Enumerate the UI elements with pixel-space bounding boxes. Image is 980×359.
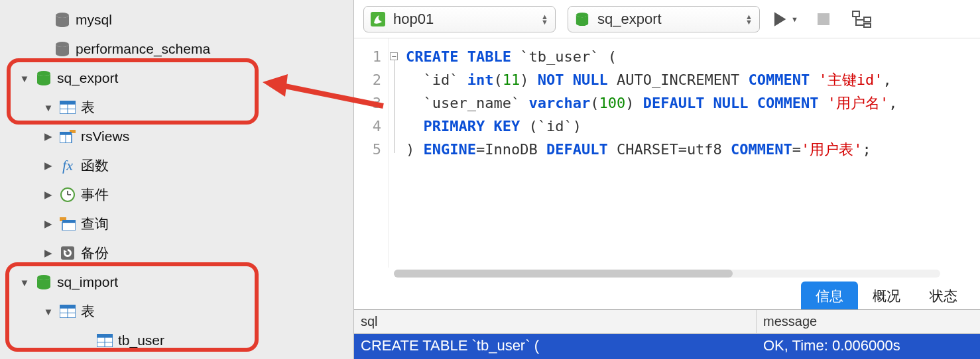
- tree-label: rsViews: [81, 128, 129, 144]
- svg-point-0: [56, 13, 69, 18]
- tree-arrow-expanded[interactable]: ▼: [42, 102, 54, 113]
- dropdown-arrows-icon: ▲▼: [745, 14, 753, 25]
- tree-item-backup[interactable]: ▶ 备份: [0, 238, 353, 268]
- stop-button[interactable]: [810, 6, 837, 32]
- tab-info[interactable]: 信息: [801, 282, 858, 309]
- database-tree-sidebar: mysql performance_schema ▼ sq_export ▼ 表…: [0, 0, 354, 359]
- tree-item-functions[interactable]: ▶ fx 函数: [0, 151, 353, 180]
- table-icon: [58, 305, 77, 318]
- tree-item-queries[interactable]: ▶ 查询: [0, 209, 353, 238]
- tree-label: 函数: [81, 156, 109, 175]
- backup-icon: [58, 246, 77, 260]
- tree-label: sq_export: [57, 70, 118, 86]
- database-name: sq_export: [597, 11, 745, 28]
- fold-toggle-icon[interactable]: −: [390, 52, 398, 60]
- results-header: sql message: [354, 310, 980, 334]
- database-icon: [53, 13, 72, 27]
- dropdown-arrows-icon: ▲▼: [541, 14, 548, 25]
- tree-label: 查询: [81, 215, 109, 233]
- svg-point-2: [37, 71, 50, 76]
- tree-arrow-collapsed[interactable]: ▶: [42, 160, 54, 172]
- svg-point-30: [576, 12, 588, 17]
- main-panel: hop01 ▲▼ sq_export ▲▼ ▼ 12345 − CREATE T…: [354, 0, 980, 359]
- svg-rect-16: [62, 223, 76, 231]
- sql-editor[interactable]: 12345 − CREATE TABLE `tb_user` ( `id` in…: [354, 38, 980, 268]
- explain-button[interactable]: [849, 6, 875, 32]
- tree-label: performance_schema: [76, 41, 210, 57]
- svg-point-1: [56, 42, 69, 47]
- tree-label: 事件: [81, 185, 109, 204]
- svg-point-18: [37, 275, 50, 280]
- tree-item-sq-export[interactable]: ▼ sq_export: [0, 64, 353, 93]
- database-open-icon: [34, 275, 53, 289]
- tree-arrow-collapsed[interactable]: ▶: [42, 189, 54, 201]
- code-content[interactable]: CREATE TABLE `tb_user` ( `id` int(11) NO…: [400, 38, 903, 268]
- tree-arrow-collapsed[interactable]: ▶: [42, 218, 54, 230]
- tab-overview[interactable]: 概况: [858, 282, 915, 309]
- function-icon: fx: [58, 157, 77, 174]
- line-gutter: 12345: [354, 38, 389, 268]
- views-icon: [58, 130, 77, 143]
- result-tabs: 信息 概况 状态: [354, 280, 980, 310]
- tree-item-performance-schema[interactable]: performance_schema: [0, 34, 353, 64]
- tab-status[interactable]: 状态: [915, 282, 972, 309]
- results-cell-sql: CREATE TABLE `tb_user` (: [354, 334, 757, 359]
- tree-label: 备份: [81, 244, 109, 262]
- results-col-sql[interactable]: sql: [354, 310, 757, 333]
- connection-selector[interactable]: hop01 ▲▼: [363, 6, 556, 32]
- tree-item-events[interactable]: ▶ 事件: [0, 180, 353, 209]
- tree-label: 表: [81, 98, 95, 117]
- tree-label: tb_user: [118, 333, 164, 348]
- database-open-icon: [34, 71, 53, 85]
- query-icon: [58, 217, 77, 231]
- tree-arrow-expanded[interactable]: ▼: [19, 277, 31, 288]
- table-icon: [95, 334, 114, 347]
- tree-arrow-expanded[interactable]: ▼: [42, 306, 54, 317]
- navicat-icon: [369, 11, 387, 28]
- tree-item-sq-import[interactable]: ▼ sq_import: [0, 268, 353, 297]
- tree-item-rsviews[interactable]: ▶ rsViews: [0, 122, 353, 151]
- tree-arrow-collapsed[interactable]: ▶: [42, 247, 54, 259]
- run-button[interactable]: ▼: [772, 6, 798, 32]
- clock-icon: [58, 187, 77, 202]
- tree-label: 表: [81, 302, 95, 321]
- tree-item-mysql[interactable]: mysql: [0, 5, 353, 34]
- tree-label: mysql: [76, 12, 112, 28]
- tree-label: sq_import: [57, 274, 118, 290]
- tree-item-tables[interactable]: ▼ 表: [0, 93, 353, 122]
- results-row[interactable]: CREATE TABLE `tb_user` ( OK, Time: 0.006…: [354, 334, 980, 359]
- results-cell-message: OK, Time: 0.006000s: [757, 334, 980, 359]
- tree-item-tb-user[interactable]: tb_user: [0, 326, 353, 355]
- results-panel: sql message CREATE TABLE `tb_user` ( OK,…: [354, 310, 980, 359]
- connection-name: hop01: [393, 11, 541, 28]
- svg-rect-31: [818, 13, 829, 25]
- tree-arrow-expanded[interactable]: ▼: [19, 73, 31, 84]
- query-toolbar: hop01 ▲▼ sq_export ▲▼ ▼: [354, 0, 980, 38]
- database-icon: [53, 42, 72, 56]
- svg-rect-17: [61, 246, 74, 260]
- svg-rect-32: [853, 11, 859, 17]
- table-icon: [58, 101, 77, 114]
- tree-item-tables-2[interactable]: ▼ 表: [0, 297, 353, 326]
- editor-horizontal-scrollbar[interactable]: [354, 268, 980, 280]
- database-icon: [574, 11, 591, 28]
- svg-rect-34: [864, 24, 871, 27]
- tree-arrow-collapsed[interactable]: ▶: [42, 130, 54, 142]
- database-selector[interactable]: sq_export ▲▼: [568, 6, 760, 32]
- fold-gutter: −: [389, 38, 400, 268]
- svg-rect-33: [864, 17, 871, 22]
- results-col-message[interactable]: message: [757, 310, 980, 333]
